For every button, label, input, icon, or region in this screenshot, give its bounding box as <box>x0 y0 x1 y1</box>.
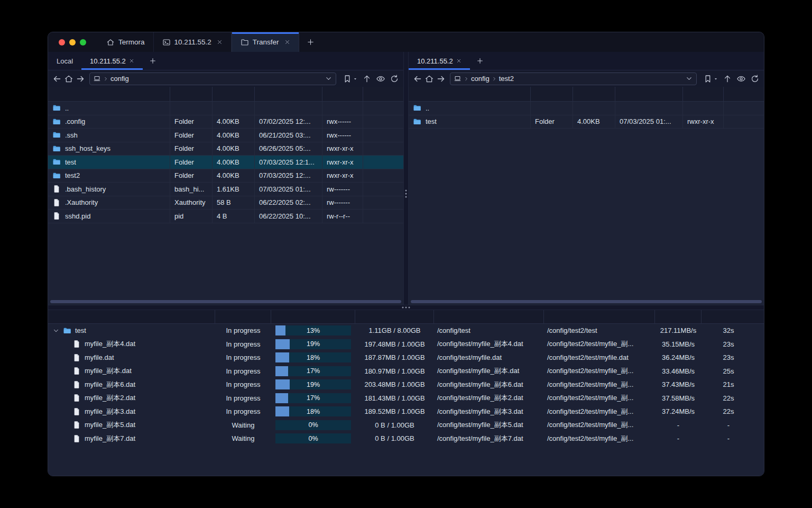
back-button[interactable] <box>413 74 422 84</box>
tab-label: 10.211.55.2 <box>417 57 453 65</box>
show-hidden-files-button[interactable] <box>376 74 385 84</box>
column-header[interactable] <box>213 87 255 101</box>
close-window-button[interactable] <box>59 39 65 46</box>
file-row[interactable]: .Xauthority Xauthority 58 B 06/22/2025 0… <box>48 196 403 210</box>
close-icon[interactable] <box>217 39 223 45</box>
breadcrumb: config test2 <box>462 75 685 83</box>
app-tab[interactable]: Transfer <box>232 32 299 52</box>
titlebar-action-icon[interactable] <box>647 38 657 47</box>
column-header[interactable] <box>271 310 355 323</box>
type-cell: Folder <box>170 115 213 129</box>
column-header[interactable] <box>655 310 702 323</box>
column-header[interactable] <box>683 87 724 101</box>
transfer-table: test In progress 13% 1.11GB / 8.00GB /co… <box>48 324 764 476</box>
type-cell: bash_hi... <box>170 183 213 196</box>
column-header[interactable] <box>48 310 215 323</box>
file-row[interactable]: ssh_host_keys Folder 4.00KB 06/26/2025 0… <box>48 142 403 156</box>
transfer-row[interactable]: myfile_副本4.dat In progress 19% 197.48MB … <box>48 338 764 351</box>
file-row[interactable]: .bash_history bash_hi... 1.61KB 07/03/20… <box>48 183 403 196</box>
column-header[interactable] <box>434 310 544 323</box>
transfer-row[interactable]: myfile_副本2.dat In progress 17% 181.43MB … <box>48 392 764 405</box>
home-button[interactable] <box>64 74 73 84</box>
new-app-tab-button[interactable] <box>299 32 322 52</box>
titlebar-action-icon[interactable] <box>661 38 671 47</box>
show-hidden-files-button[interactable] <box>736 74 746 84</box>
app-tab[interactable]: Termora <box>98 32 154 52</box>
column-header[interactable] <box>255 87 322 101</box>
close-icon[interactable] <box>456 58 462 64</box>
zoom-window-button[interactable] <box>80 39 86 46</box>
close-icon[interactable] <box>284 39 290 45</box>
file-type-icon <box>413 117 421 126</box>
scrollbar-thumb[interactable] <box>50 300 401 303</box>
bookmark-button[interactable] <box>703 74 718 84</box>
refresh-button[interactable] <box>750 74 760 84</box>
app-tab[interactable]: 10.211.55.2 <box>154 32 232 52</box>
pane-tab[interactable]: 10.211.55.2 <box>409 52 470 70</box>
minimize-window-button[interactable] <box>69 39 76 46</box>
file-row[interactable]: test Folder 4.00KB 07/03/2025 01:... rwx… <box>409 115 764 129</box>
titlebar-action-icon[interactable] <box>676 38 685 47</box>
scrollbar-thumb[interactable] <box>411 300 762 303</box>
file-row[interactable]: .ssh Folder 4.00KB 06/21/2025 03:... rwx… <box>48 129 403 142</box>
titlebar-action-icon[interactable] <box>733 38 742 47</box>
transfer-row[interactable]: myfile.dat In progress 18% 187.87MB / 1.… <box>48 351 764 365</box>
transfer-row[interactable]: myfile_副本3.dat In progress 18% 189.52MB … <box>48 405 764 419</box>
transfer-row[interactable]: myfile_副本5.dat Waiting 0% 0 B / 1.00GB /… <box>48 419 764 432</box>
transfer-row[interactable]: myfile_副本6.dat In progress 19% 203.48MB … <box>48 378 764 392</box>
chevron-down-icon[interactable] <box>685 75 693 83</box>
pane-tab[interactable]: 10.211.55.2 <box>81 52 143 70</box>
column-header[interactable] <box>170 87 213 101</box>
column-header[interactable] <box>702 310 755 323</box>
column-header[interactable] <box>409 87 531 101</box>
forward-button[interactable] <box>76 74 85 84</box>
column-header[interactable] <box>48 87 170 101</box>
titlebar-action-icon[interactable] <box>704 38 714 47</box>
pane-splitter[interactable] <box>403 52 409 305</box>
forward-button[interactable] <box>436 74 446 84</box>
transfer-panel-splitter[interactable] <box>48 305 764 310</box>
bookmark-button[interactable] <box>343 74 358 84</box>
titlebar-action-icon[interactable] <box>747 38 756 47</box>
titlebar-action-icon[interactable] <box>718 38 728 47</box>
column-header[interactable] <box>531 87 573 101</box>
column-header[interactable] <box>215 310 271 323</box>
transfer-filename: myfile_副本4.dat <box>85 339 135 349</box>
file-row[interactable]: .. <box>409 102 764 115</box>
transfer-row[interactable]: myfile_副本7.dat Waiting 0% 0 B / 1.00GB /… <box>48 432 764 446</box>
file-row[interactable]: test2 Folder 4.00KB 07/03/2025 12:... rw… <box>48 169 403 183</box>
column-header[interactable] <box>363 87 403 101</box>
pane-tab[interactable]: Local <box>48 52 81 70</box>
chevron-down-icon[interactable] <box>325 75 333 83</box>
file-row[interactable]: .config Folder 4.00KB 07/02/2025 12:... … <box>48 115 403 129</box>
breadcrumb-segment[interactable]: test2 <box>490 75 514 83</box>
column-header[interactable] <box>615 87 683 101</box>
column-header[interactable] <box>322 87 363 101</box>
back-button[interactable] <box>52 74 62 84</box>
column-header[interactable] <box>544 310 655 323</box>
path-breadcrumb-field[interactable]: config <box>89 72 336 85</box>
breadcrumb-segment[interactable]: config <box>462 75 490 83</box>
transfer-row[interactable]: test In progress 13% 1.11GB / 8.00GB /co… <box>48 324 764 338</box>
progress-label: 19% <box>275 339 351 349</box>
upload-button[interactable] <box>362 74 372 84</box>
titlebar-action-icon[interactable] <box>633 38 642 47</box>
close-icon[interactable] <box>129 58 134 64</box>
file-row[interactable]: sshd.pid pid 4 B 06/22/2025 10:... rw-r-… <box>48 210 403 223</box>
transfer-row[interactable]: myfile_副本.dat In progress 17% 180.97MB /… <box>48 365 764 378</box>
file-row[interactable]: test Folder 4.00KB 07/03/2025 12:1... rw… <box>48 156 403 169</box>
home-button[interactable] <box>425 74 434 84</box>
column-header[interactable] <box>573 87 615 101</box>
expand-chevron-icon[interactable] <box>52 327 60 334</box>
upload-button[interactable] <box>723 74 732 84</box>
titlebar-action-icon[interactable] <box>690 38 699 47</box>
speed-cell: 36.24MB/s <box>655 351 702 365</box>
new-pane-tab-button[interactable] <box>143 52 163 70</box>
breadcrumb-segment[interactable]: config <box>101 75 129 83</box>
new-pane-tab-button[interactable] <box>470 52 490 70</box>
column-header[interactable] <box>724 87 764 101</box>
column-header[interactable] <box>355 310 434 323</box>
file-row[interactable]: .. <box>48 102 403 115</box>
refresh-button[interactable] <box>390 74 399 84</box>
path-breadcrumb-field[interactable]: config test2 <box>450 72 697 85</box>
